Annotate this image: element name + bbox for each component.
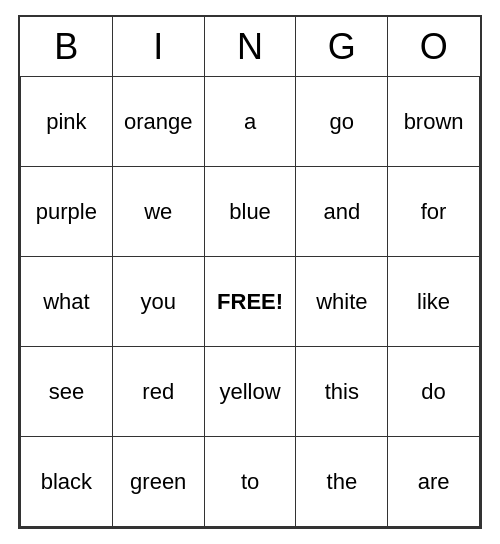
bingo-body: pinkorangeagobrownpurpleweblueandforwhat… xyxy=(21,77,480,527)
table-cell: go xyxy=(296,77,388,167)
table-cell: blue xyxy=(204,167,296,257)
table-cell: are xyxy=(388,437,480,527)
table-cell: black xyxy=(21,437,113,527)
table-cell: FREE! xyxy=(204,257,296,347)
table-cell: white xyxy=(296,257,388,347)
bingo-table: B I N G O pinkorangeagobrownpurpleweblue… xyxy=(20,17,480,528)
table-cell: see xyxy=(21,347,113,437)
header-i: I xyxy=(112,17,204,77)
table-cell: red xyxy=(112,347,204,437)
table-cell: like xyxy=(388,257,480,347)
table-cell: for xyxy=(388,167,480,257)
table-cell: what xyxy=(21,257,113,347)
table-cell: you xyxy=(112,257,204,347)
header-b: B xyxy=(21,17,113,77)
table-row: whatyouFREE!whitelike xyxy=(21,257,480,347)
table-cell: a xyxy=(204,77,296,167)
header-o: O xyxy=(388,17,480,77)
header-g: G xyxy=(296,17,388,77)
table-row: pinkorangeagobrown xyxy=(21,77,480,167)
header-row: B I N G O xyxy=(21,17,480,77)
table-cell: pink xyxy=(21,77,113,167)
table-cell: do xyxy=(388,347,480,437)
bingo-card: B I N G O pinkorangeagobrownpurpleweblue… xyxy=(18,15,482,530)
header-n: N xyxy=(204,17,296,77)
table-cell: to xyxy=(204,437,296,527)
table-cell: brown xyxy=(388,77,480,167)
table-cell: purple xyxy=(21,167,113,257)
table-row: blackgreentotheare xyxy=(21,437,480,527)
table-row: purpleweblueandfor xyxy=(21,167,480,257)
table-cell: orange xyxy=(112,77,204,167)
table-cell: green xyxy=(112,437,204,527)
table-cell: we xyxy=(112,167,204,257)
table-row: seeredyellowthisdo xyxy=(21,347,480,437)
table-cell: this xyxy=(296,347,388,437)
table-cell: and xyxy=(296,167,388,257)
table-cell: the xyxy=(296,437,388,527)
table-cell: yellow xyxy=(204,347,296,437)
